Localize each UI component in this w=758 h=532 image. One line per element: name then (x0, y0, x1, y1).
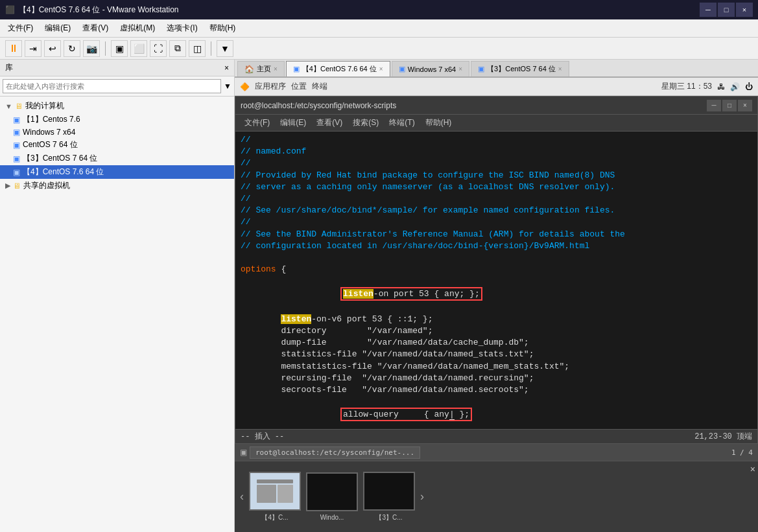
terminal-title-bar: root@localhost:/etc/sysconfig/network-sc… (235, 97, 757, 115)
menu-file[interactable]: 文件(F) (3, 21, 38, 36)
terminal-menu-edit[interactable]: 编辑(E) (276, 116, 310, 130)
menu-view[interactable]: 查看(V) (77, 21, 113, 36)
tab-label: Windows 7 x64 (408, 65, 456, 73)
code-line: directory "/var/named"; (241, 325, 752, 337)
thumbnail-area-close[interactable]: × (750, 464, 755, 474)
tab-centos3[interactable]: ▣ 【3】CentOS 7 64 位 × (471, 61, 569, 76)
terminal-minimize-btn[interactable]: ─ (707, 100, 721, 111)
tab-close-icon[interactable]: × (274, 65, 278, 73)
toolbar-btn2[interactable]: ↩ (44, 40, 61, 57)
scroll-right-btn[interactable]: › (420, 490, 424, 503)
tab-close-icon[interactable]: × (379, 65, 383, 73)
nav-bar: 🔶 应用程序 位置 终端 星期三 11：53 🖧 🔊 ⏻ (235, 78, 758, 96)
terminal-menu-file[interactable]: 文件(F) (241, 116, 274, 130)
code-line: dump-file "/var/named/data/cache_dump.db… (241, 337, 752, 349)
terminal-status-bar: -- 插入 -- 21,23-30 顶端 (235, 429, 757, 443)
vm-icon: ▣ (115, 43, 124, 54)
code-line: // (241, 193, 752, 205)
restore-button[interactable]: □ (718, 3, 735, 17)
bottom-terminal-tab[interactable]: root@localhost:/etc/sysconfig/net-... (250, 446, 420, 459)
code-line: // server as a caching only nameserver (… (241, 181, 752, 193)
vm-icon: ▣ (13, 128, 20, 137)
clone-icon: ⧉ (174, 43, 181, 54)
nav-terminal[interactable]: 终端 (312, 81, 327, 92)
nav-apps[interactable]: 应用程序 (255, 81, 286, 92)
thumbnail-win7[interactable]: Windo... (306, 472, 358, 521)
tree-item-win7[interactable]: ▣ Windows 7 x64 (0, 126, 234, 138)
thumbnail-centos3[interactable]: 【3】C... (363, 472, 415, 522)
menu-edit[interactable]: 编辑(E) (40, 21, 76, 36)
snapshot-icon: 📷 (86, 43, 97, 54)
toolbar-btn6[interactable]: ⬜ (130, 40, 147, 57)
tree-item-my-computer[interactable]: ▼ 🖥 我的计算机 (0, 99, 234, 113)
tab-home[interactable]: 🏠 主页 × (237, 61, 285, 76)
thumbnail-preview (249, 472, 301, 511)
scroll-left-btn[interactable]: ‹ (240, 490, 244, 503)
listen-highlight: listen (343, 289, 373, 299)
tab-close-icon[interactable]: × (458, 65, 462, 73)
toolbar-pause-btn[interactable]: ⏸ (5, 40, 22, 57)
toolbar-btn4[interactable]: 📷 (83, 40, 100, 57)
undo-icon: ↩ (49, 43, 56, 54)
toolbar-btn9[interactable]: ◫ (189, 40, 206, 57)
tab-win7[interactable]: ▣ Windows 7 x64 × (392, 61, 469, 76)
code-line-listen1: listen-on port 53 { any; }; (241, 277, 752, 312)
network-icon: 🖧 (717, 82, 725, 91)
tab-close-icon[interactable]: × (558, 65, 562, 73)
folder-icon: 🖥 (15, 102, 23, 111)
tree-item-centos4[interactable]: ▣ 【4】CentOS 7.6 64 位 (0, 165, 234, 179)
app-icon: ⬛ (5, 5, 15, 14)
thumbnail-area: × ‹ 【4】C... Win (235, 461, 758, 532)
terminal-menu-terminal[interactable]: 终端(T) (385, 116, 418, 130)
code-line: // See /usr/share/doc/bind*/sample/ for … (241, 205, 752, 216)
toolbar-btn5[interactable]: ▣ (111, 40, 128, 57)
menu-tab[interactable]: 选项卡(I) (161, 21, 202, 36)
terminal-close-btn[interactable]: × (738, 100, 752, 111)
vm-icon: ▣ (13, 141, 20, 150)
menu-bar: 文件(F) 编辑(E) 查看(V) 虚拟机(M) 选项卡(I) 帮助(H) (0, 19, 758, 38)
nav-icon: 🔶 (240, 82, 250, 91)
svg-rect-3 (278, 485, 293, 503)
home-icon: 🏠 (244, 65, 254, 74)
terminal-menu-help[interactable]: 帮助(H) (421, 116, 456, 130)
thumbnail-label: 【3】C... (375, 513, 402, 522)
thumbnail-centos4[interactable]: 【4】C... (249, 472, 301, 522)
code-line: statistics-file "/var/named/data/named_s… (241, 349, 752, 360)
toolbar-btn3[interactable]: ↻ (64, 40, 80, 57)
vm-icon: ▣ (13, 168, 20, 177)
cursor-position: 21,23-30 顶端 (694, 431, 752, 442)
terminal-menu-view[interactable]: 查看(V) (313, 116, 346, 130)
library-title: 库 (5, 62, 13, 73)
tree-item-shared[interactable]: ▶ 🖥 共享的虚拟机 (0, 179, 234, 192)
menu-vm[interactable]: 虚拟机(M) (115, 21, 160, 36)
toolbar-dropdown-btn[interactable]: ▼ (217, 40, 233, 57)
menu-help[interactable]: 帮助(H) (204, 21, 241, 36)
minimize-button[interactable]: ─ (700, 3, 717, 17)
tree-label: 共享的虚拟机 (23, 180, 70, 191)
title-bar-controls: ─ □ × (700, 3, 753, 17)
library-close-btn[interactable]: × (224, 64, 229, 73)
toolbar-btn1[interactable]: ⇥ (25, 40, 41, 57)
tree-item-centos-64[interactable]: ▣ CentOS 7 64 位 (0, 138, 234, 152)
terminal-menu-search[interactable]: 搜索(S) (349, 116, 383, 130)
tab-centos4[interactable]: ▣ 【4】CentOS 7.6 64 位 × (286, 61, 390, 76)
search-dropdown-icon[interactable]: ▼ (224, 82, 231, 91)
code-line: // (241, 216, 752, 228)
nav-places[interactable]: 位置 (291, 81, 307, 92)
fullscreen-icon: ⛶ (154, 43, 163, 54)
tab-label: 【3】CentOS 7 64 位 (487, 64, 556, 74)
code-line: secroots-file "/var/named/data/named.sec… (241, 384, 752, 396)
left-panel-header: 库 × (0, 60, 234, 76)
bottom-tab-label: root@localhost:/etc/sysconfig/net-... (255, 448, 414, 457)
toolbar-btn7[interactable]: ⛶ (150, 40, 167, 57)
main-layout: 库 × ▼ ▼ 🖥 我的计算机 ▣ 【1】Centos 7.6 ▣ Window… (0, 60, 758, 532)
terminal-restore-btn[interactable]: □ (722, 100, 737, 111)
tree-item-centos1[interactable]: ▣ 【1】Centos 7.6 (0, 113, 234, 126)
close-button[interactable]: × (736, 3, 753, 17)
toolbar-btn8[interactable]: ⧉ (169, 40, 186, 57)
tree-item-centos3[interactable]: ▣ 【3】CentOS 7 64 位 (0, 152, 234, 165)
svg-rect-1 (257, 480, 293, 483)
search-input[interactable] (3, 79, 221, 93)
terminal-content[interactable]: // // named.conf // // Provided by Red H… (235, 132, 757, 429)
screen-icon: ⬜ (134, 43, 145, 54)
